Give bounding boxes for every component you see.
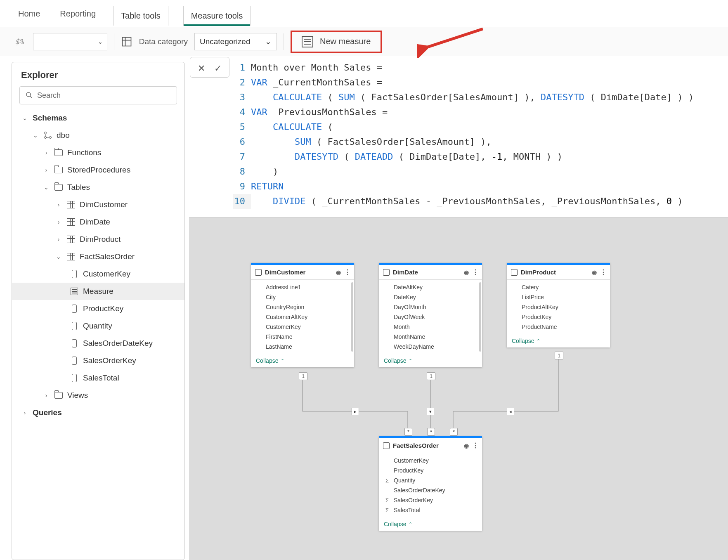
search-input[interactable]: Search xyxy=(19,86,177,104)
ribbon-tabs: Home Reporting Table tools Measure tools xyxy=(0,0,728,27)
entity-field[interactable]: ProductKey xyxy=(507,312,610,322)
entity-factsalesorder[interactable]: FactSalesOrder◉⋮ CustomerKeyProductKeyΣQ… xyxy=(379,436,482,531)
entity-field[interactable]: ProductKey xyxy=(379,465,482,475)
tree-schema-dbo[interactable]: ⌄dbo xyxy=(12,127,184,144)
entity-field[interactable]: ΣSalesTotal xyxy=(379,505,482,515)
entity-title: FactSalesOrder xyxy=(393,442,439,449)
data-category-label: Data category xyxy=(139,37,188,46)
chevron-up-icon: ⌃ xyxy=(281,358,284,364)
cancel-formula-button[interactable]: ✕ xyxy=(194,63,208,74)
tree-column[interactable]: SalesTotal xyxy=(12,369,184,387)
entity-dimdate[interactable]: DimDate◉⋮ DateAltKeyDateKeyDayOfMonthDay… xyxy=(379,263,482,367)
entity-field[interactable]: ΣSalesOrderKey xyxy=(379,495,482,505)
collapse-button[interactable]: Collapse ⌃ xyxy=(251,354,354,367)
tree-column[interactable]: SalesOrderDateKey xyxy=(12,335,184,352)
cardinality-one: 1 xyxy=(555,352,563,359)
separator xyxy=(114,33,114,50)
tree-table[interactable]: ›DimProduct xyxy=(12,231,184,248)
chevron-right-icon: › xyxy=(43,149,50,156)
tree-folder-sprocs[interactable]: ›StoredProcedures xyxy=(12,161,184,179)
tree-folder-views[interactable]: ›Views xyxy=(12,387,184,404)
chevron-right-icon: › xyxy=(55,236,62,243)
entity-field[interactable]: CustomerAltKey xyxy=(251,312,354,322)
entity-field[interactable]: MonthName xyxy=(379,332,482,342)
tree-column[interactable]: CustomerKey xyxy=(12,265,184,283)
svg-line-5 xyxy=(30,96,32,98)
entity-field[interactable]: PostalCode xyxy=(251,352,354,354)
entity-field[interactable]: ΣQuantity xyxy=(379,475,482,485)
column-icon xyxy=(72,374,77,382)
chevron-down-icon: ⌄ xyxy=(21,115,28,121)
folder-icon xyxy=(54,149,63,156)
tree-folder-tables[interactable]: ⌄Tables xyxy=(12,179,184,196)
entity-field[interactable]: FirstName xyxy=(251,332,354,342)
tree-folder-functions[interactable]: ›Functions xyxy=(12,144,184,161)
more-icon[interactable]: ⋮ xyxy=(472,442,478,449)
tree-table[interactable]: ⌄FactSalesOrder xyxy=(12,248,184,265)
tree-column[interactable]: SalesOrderKey xyxy=(12,352,184,369)
chevron-down-icon: ⌄ xyxy=(55,253,62,260)
entity-field[interactable]: Catery xyxy=(507,282,610,292)
schema-icon xyxy=(43,131,52,139)
format-select[interactable]: ⌄ xyxy=(33,33,107,50)
entity-field[interactable]: Month xyxy=(379,322,482,332)
measure-icon xyxy=(71,288,78,295)
entity-field[interactable]: DayOfMonth xyxy=(379,302,482,312)
visibility-icon[interactable]: ◉ xyxy=(464,269,469,276)
more-icon[interactable]: ⋮ xyxy=(472,268,478,276)
model-canvas[interactable]: 1 1 1 * * * ▸ ▾ ◂ DimCustomer◉⋮ AddressL… xyxy=(189,217,728,560)
chevron-down-icon: ⌄ xyxy=(265,37,272,46)
more-icon[interactable]: ⋮ xyxy=(344,268,350,276)
tab-measure-tools[interactable]: Measure tools xyxy=(183,6,251,26)
svg-rect-0 xyxy=(122,37,131,46)
explorer-panel: Explorer Search ⌄Schemas ⌄dbo ›Functions… xyxy=(12,62,185,560)
formula-bar: ✕ ✓ 1Month over Month Sales = 2VAR _Curr… xyxy=(189,56,728,217)
chevron-right-icon: › xyxy=(55,219,62,225)
filter-direction-icon: ◂ xyxy=(507,408,514,415)
entity-field[interactable]: DayOfWeek xyxy=(379,312,482,322)
collapse-button[interactable]: Collapse ⌃ xyxy=(379,354,482,367)
entity-field[interactable]: SalesOrderDateKey xyxy=(379,485,482,495)
tree-table[interactable]: ›DimCustomer xyxy=(12,196,184,213)
data-category-select[interactable]: Uncategorized⌄ xyxy=(194,33,277,50)
entity-title: DimProduct xyxy=(521,269,556,276)
entity-field[interactable]: ProductAltKey xyxy=(507,302,610,312)
entity-field[interactable]: AddressLine1 xyxy=(251,282,354,292)
visibility-icon[interactable]: ◉ xyxy=(592,269,597,276)
entity-field[interactable]: DateAltKey xyxy=(379,282,482,292)
tree-schemas[interactable]: ⌄Schemas xyxy=(12,109,184,127)
tree-column[interactable]: Quantity xyxy=(12,317,184,335)
more-icon[interactable]: ⋮ xyxy=(600,268,606,276)
tab-table-tools[interactable]: Table tools xyxy=(113,6,168,26)
entity-field[interactable]: DateKey xyxy=(379,292,482,302)
entity-title: DimDate xyxy=(393,269,418,276)
entity-field[interactable]: City xyxy=(251,292,354,302)
dax-editor[interactable]: 1Month over Month Sales = 2VAR _CurrentM… xyxy=(233,56,728,217)
entity-field[interactable]: CustomerKey xyxy=(251,322,354,332)
entity-field[interactable]: WeekDayName xyxy=(379,342,482,352)
tree-queries[interactable]: ›Queries xyxy=(12,404,184,421)
entity-field[interactable]: LastName xyxy=(251,342,354,352)
entity-field[interactable]: ProductName xyxy=(507,322,610,332)
tree-table[interactable]: ›DimDate xyxy=(12,213,184,231)
collapse-button[interactable]: Collapse ⌃ xyxy=(507,334,610,347)
tree-measure[interactable]: Measure xyxy=(12,283,184,300)
entity-dimcustomer[interactable]: DimCustomer◉⋮ AddressLine1CityCountryReg… xyxy=(251,263,354,367)
entity-field[interactable]: CountryRegion xyxy=(251,302,354,312)
entity-field[interactable]: CustomerKey xyxy=(379,456,482,465)
visibility-icon[interactable]: ◉ xyxy=(464,442,469,449)
filter-direction-icon: ▾ xyxy=(427,408,434,415)
cardinality-many: * xyxy=(427,428,435,436)
new-measure-button[interactable]: New measure xyxy=(291,31,382,53)
tab-reporting[interactable]: Reporting xyxy=(57,5,98,26)
visibility-icon[interactable]: ◉ xyxy=(336,269,341,276)
entity-dimproduct[interactable]: DimProduct◉⋮ CateryListPriceProductAltKe… xyxy=(507,263,610,347)
tab-home[interactable]: Home xyxy=(16,5,43,26)
table-icon xyxy=(67,201,75,208)
chevron-up-icon: ⌃ xyxy=(409,522,412,527)
tree-column[interactable]: ProductKey xyxy=(12,300,184,317)
commit-formula-button[interactable]: ✓ xyxy=(211,63,225,74)
collapse-button[interactable]: Collapse ⌃ xyxy=(379,517,482,531)
cardinality-many: * xyxy=(450,428,458,436)
entity-field[interactable]: ListPrice xyxy=(507,292,610,302)
